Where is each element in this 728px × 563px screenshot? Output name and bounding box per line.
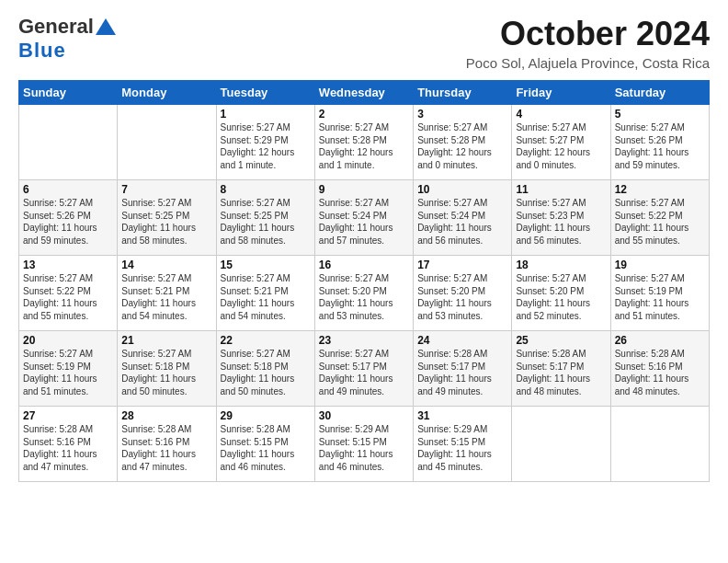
calendar-day-header: Saturday	[610, 81, 709, 105]
day-info: Sunrise: 5:27 AM Sunset: 5:20 PM Dayligh…	[319, 272, 409, 322]
day-info: Sunrise: 5:27 AM Sunset: 5:23 PM Dayligh…	[516, 197, 606, 247]
logo-blue: Blue	[18, 39, 66, 62]
calendar-day-cell: 30Sunrise: 5:29 AM Sunset: 5:15 PM Dayli…	[314, 407, 413, 482]
day-info: Sunrise: 5:27 AM Sunset: 5:22 PM Dayligh…	[615, 197, 705, 247]
day-info: Sunrise: 5:28 AM Sunset: 5:17 PM Dayligh…	[417, 348, 507, 397]
day-number: 22	[221, 334, 311, 347]
calendar-day-cell: 12Sunrise: 5:27 AM Sunset: 5:22 PM Dayli…	[610, 180, 709, 256]
calendar-week-row: 27Sunrise: 5:28 AM Sunset: 5:16 PM Dayli…	[19, 407, 710, 482]
day-info: Sunrise: 5:27 AM Sunset: 5:24 PM Dayligh…	[417, 197, 507, 247]
calendar-day-cell	[512, 407, 610, 482]
calendar-day-cell: 8Sunrise: 5:27 AM Sunset: 5:25 PM Daylig…	[216, 180, 314, 256]
day-number: 16	[319, 259, 409, 271]
calendar-day-header: Tuesday	[216, 81, 314, 105]
calendar-day-cell	[610, 407, 709, 482]
calendar-day-cell: 29Sunrise: 5:28 AM Sunset: 5:15 PM Dayli…	[216, 407, 314, 482]
calendar-day-cell: 22Sunrise: 5:27 AM Sunset: 5:18 PM Dayli…	[216, 331, 314, 407]
calendar-day-cell: 21Sunrise: 5:27 AM Sunset: 5:18 PM Dayli…	[118, 331, 216, 407]
calendar-day-cell: 18Sunrise: 5:27 AM Sunset: 5:20 PM Dayli…	[512, 256, 610, 331]
calendar-day-cell: 4Sunrise: 5:27 AM Sunset: 5:27 PM Daylig…	[512, 105, 610, 180]
calendar-day-cell: 11Sunrise: 5:27 AM Sunset: 5:23 PM Dayli…	[512, 180, 610, 256]
day-number: 15	[221, 259, 311, 271]
calendar-day-cell: 2Sunrise: 5:27 AM Sunset: 5:28 PM Daylig…	[314, 105, 413, 180]
day-info: Sunrise: 5:27 AM Sunset: 5:26 PM Dayligh…	[615, 121, 705, 171]
day-info: Sunrise: 5:27 AM Sunset: 5:20 PM Dayligh…	[417, 272, 507, 322]
calendar-day-cell: 25Sunrise: 5:28 AM Sunset: 5:17 PM Dayli…	[512, 331, 610, 407]
calendar-day-cell: 7Sunrise: 5:27 AM Sunset: 5:25 PM Daylig…	[118, 180, 216, 256]
day-number: 13	[23, 259, 113, 271]
day-number: 12	[615, 183, 705, 196]
calendar-day-cell: 14Sunrise: 5:27 AM Sunset: 5:21 PM Dayli…	[118, 256, 216, 331]
day-number: 4	[516, 108, 606, 121]
day-number: 27	[23, 409, 113, 422]
day-number: 11	[516, 183, 606, 196]
calendar-day-cell: 16Sunrise: 5:27 AM Sunset: 5:20 PM Dayli…	[314, 256, 413, 331]
calendar-week-row: 13Sunrise: 5:27 AM Sunset: 5:22 PM Dayli…	[19, 256, 710, 331]
calendar-day-cell: 19Sunrise: 5:27 AM Sunset: 5:19 PM Dayli…	[610, 256, 709, 331]
page: General Blue October 2024 Poco Sol, Alaj…	[0, 0, 728, 491]
day-info: Sunrise: 5:28 AM Sunset: 5:17 PM Dayligh…	[516, 348, 606, 397]
day-number: 9	[319, 183, 409, 196]
day-number: 5	[615, 108, 705, 121]
day-number: 31	[417, 409, 507, 422]
day-info: Sunrise: 5:27 AM Sunset: 5:18 PM Dayligh…	[221, 348, 311, 397]
logo-general: General	[18, 15, 94, 39]
day-info: Sunrise: 5:28 AM Sunset: 5:16 PM Dayligh…	[23, 423, 113, 473]
day-number: 25	[516, 334, 606, 347]
day-info: Sunrise: 5:28 AM Sunset: 5:16 PM Dayligh…	[121, 423, 211, 473]
calendar-day-header: Sunday	[19, 81, 118, 105]
day-info: Sunrise: 5:28 AM Sunset: 5:15 PM Dayligh…	[221, 423, 311, 473]
logo-triangle-icon	[96, 17, 116, 37]
calendar-day-cell: 17Sunrise: 5:27 AM Sunset: 5:20 PM Dayli…	[414, 256, 512, 331]
calendar-day-cell: 3Sunrise: 5:27 AM Sunset: 5:28 PM Daylig…	[414, 105, 512, 180]
calendar-day-cell: 26Sunrise: 5:28 AM Sunset: 5:16 PM Dayli…	[610, 331, 709, 407]
calendar-day-header: Wednesday	[314, 81, 413, 105]
day-info: Sunrise: 5:27 AM Sunset: 5:18 PM Dayligh…	[121, 348, 211, 397]
calendar-day-cell: 13Sunrise: 5:27 AM Sunset: 5:22 PM Dayli…	[19, 256, 118, 331]
day-info: Sunrise: 5:27 AM Sunset: 5:28 PM Dayligh…	[319, 121, 409, 171]
day-info: Sunrise: 5:27 AM Sunset: 5:19 PM Dayligh…	[615, 272, 705, 322]
day-info: Sunrise: 5:27 AM Sunset: 5:19 PM Dayligh…	[23, 348, 113, 397]
day-info: Sunrise: 5:27 AM Sunset: 5:24 PM Dayligh…	[319, 197, 409, 247]
calendar-day-cell: 5Sunrise: 5:27 AM Sunset: 5:26 PM Daylig…	[610, 105, 709, 180]
calendar-day-header: Friday	[512, 81, 610, 105]
calendar-week-row: 1Sunrise: 5:27 AM Sunset: 5:29 PM Daylig…	[19, 105, 710, 180]
calendar-day-cell: 31Sunrise: 5:29 AM Sunset: 5:15 PM Dayli…	[414, 407, 512, 482]
day-number: 26	[615, 334, 705, 347]
day-number: 21	[121, 334, 211, 347]
calendar-day-cell	[118, 105, 216, 180]
calendar-day-header: Monday	[118, 81, 216, 105]
calendar-table: SundayMondayTuesdayWednesdayThursdayFrid…	[18, 80, 710, 482]
day-number: 8	[221, 183, 311, 196]
calendar-day-cell: 1Sunrise: 5:27 AM Sunset: 5:29 PM Daylig…	[216, 105, 314, 180]
svg-marker-0	[96, 18, 116, 35]
title-block: October 2024 Poco Sol, Alajuela Province…	[466, 15, 710, 71]
day-info: Sunrise: 5:27 AM Sunset: 5:22 PM Dayligh…	[23, 272, 113, 322]
day-number: 20	[23, 334, 113, 347]
month-title: October 2024	[466, 15, 710, 53]
day-info: Sunrise: 5:27 AM Sunset: 5:21 PM Dayligh…	[121, 272, 211, 322]
day-info: Sunrise: 5:27 AM Sunset: 5:29 PM Dayligh…	[221, 121, 311, 171]
day-number: 18	[516, 259, 606, 271]
day-info: Sunrise: 5:27 AM Sunset: 5:25 PM Dayligh…	[121, 197, 211, 247]
day-number: 1	[221, 108, 311, 121]
calendar-day-cell: 23Sunrise: 5:27 AM Sunset: 5:17 PM Dayli…	[314, 331, 413, 407]
day-number: 6	[23, 183, 113, 196]
calendar-day-cell: 27Sunrise: 5:28 AM Sunset: 5:16 PM Dayli…	[19, 407, 118, 482]
day-number: 19	[615, 259, 705, 271]
calendar-day-cell: 9Sunrise: 5:27 AM Sunset: 5:24 PM Daylig…	[314, 180, 413, 256]
day-number: 24	[417, 334, 507, 347]
day-info: Sunrise: 5:28 AM Sunset: 5:16 PM Dayligh…	[615, 348, 705, 397]
calendar-day-cell: 28Sunrise: 5:28 AM Sunset: 5:16 PM Dayli…	[118, 407, 216, 482]
day-number: 30	[319, 409, 409, 422]
day-info: Sunrise: 5:27 AM Sunset: 5:28 PM Dayligh…	[417, 121, 507, 171]
calendar-day-cell	[19, 105, 118, 180]
calendar-week-row: 6Sunrise: 5:27 AM Sunset: 5:26 PM Daylig…	[19, 180, 710, 256]
subtitle: Poco Sol, Alajuela Province, Costa Rica	[466, 55, 710, 71]
day-number: 14	[121, 259, 211, 271]
calendar-day-cell: 15Sunrise: 5:27 AM Sunset: 5:21 PM Dayli…	[216, 256, 314, 331]
day-number: 3	[417, 108, 507, 121]
day-info: Sunrise: 5:27 AM Sunset: 5:27 PM Dayligh…	[516, 121, 606, 171]
calendar-day-header: Thursday	[414, 81, 512, 105]
calendar-day-cell: 10Sunrise: 5:27 AM Sunset: 5:24 PM Dayli…	[414, 180, 512, 256]
